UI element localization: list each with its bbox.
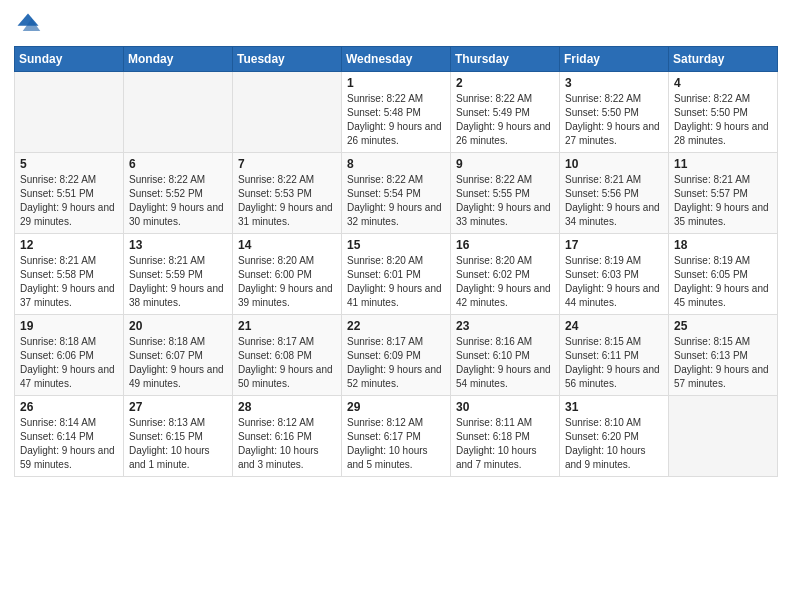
day-info: Sunrise: 8:22 AMSunset: 5:51 PMDaylight:… — [20, 173, 118, 229]
day-info: Sunrise: 8:18 AMSunset: 6:07 PMDaylight:… — [129, 335, 227, 391]
calendar-day-cell: 12Sunrise: 8:21 AMSunset: 5:58 PMDayligh… — [15, 234, 124, 315]
day-number: 8 — [347, 157, 445, 171]
calendar-day-cell: 1Sunrise: 8:22 AMSunset: 5:48 PMDaylight… — [342, 72, 451, 153]
calendar-day-cell — [124, 72, 233, 153]
day-number: 2 — [456, 76, 554, 90]
day-number: 23 — [456, 319, 554, 333]
calendar-day-cell: 10Sunrise: 8:21 AMSunset: 5:56 PMDayligh… — [560, 153, 669, 234]
weekday-header: Sunday — [15, 47, 124, 72]
day-info: Sunrise: 8:20 AMSunset: 6:00 PMDaylight:… — [238, 254, 336, 310]
calendar-table: SundayMondayTuesdayWednesdayThursdayFrid… — [14, 46, 778, 477]
day-number: 4 — [674, 76, 772, 90]
day-info: Sunrise: 8:22 AMSunset: 5:50 PMDaylight:… — [565, 92, 663, 148]
day-number: 9 — [456, 157, 554, 171]
day-number: 14 — [238, 238, 336, 252]
calendar-day-cell: 9Sunrise: 8:22 AMSunset: 5:55 PMDaylight… — [451, 153, 560, 234]
calendar-day-cell — [15, 72, 124, 153]
day-info: Sunrise: 8:15 AMSunset: 6:11 PMDaylight:… — [565, 335, 663, 391]
calendar-day-cell: 19Sunrise: 8:18 AMSunset: 6:06 PMDayligh… — [15, 315, 124, 396]
day-info: Sunrise: 8:20 AMSunset: 6:02 PMDaylight:… — [456, 254, 554, 310]
day-info: Sunrise: 8:11 AMSunset: 6:18 PMDaylight:… — [456, 416, 554, 472]
day-info: Sunrise: 8:22 AMSunset: 5:48 PMDaylight:… — [347, 92, 445, 148]
day-number: 16 — [456, 238, 554, 252]
calendar-day-cell: 29Sunrise: 8:12 AMSunset: 6:17 PMDayligh… — [342, 396, 451, 477]
day-info: Sunrise: 8:17 AMSunset: 6:08 PMDaylight:… — [238, 335, 336, 391]
day-info: Sunrise: 8:21 AMSunset: 5:57 PMDaylight:… — [674, 173, 772, 229]
day-info: Sunrise: 8:15 AMSunset: 6:13 PMDaylight:… — [674, 335, 772, 391]
calendar-day-cell: 25Sunrise: 8:15 AMSunset: 6:13 PMDayligh… — [669, 315, 778, 396]
weekday-header: Wednesday — [342, 47, 451, 72]
calendar-day-cell: 8Sunrise: 8:22 AMSunset: 5:54 PMDaylight… — [342, 153, 451, 234]
calendar-week-row: 5Sunrise: 8:22 AMSunset: 5:51 PMDaylight… — [15, 153, 778, 234]
day-number: 19 — [20, 319, 118, 333]
day-info: Sunrise: 8:16 AMSunset: 6:10 PMDaylight:… — [456, 335, 554, 391]
calendar-day-cell — [233, 72, 342, 153]
calendar-week-row: 1Sunrise: 8:22 AMSunset: 5:48 PMDaylight… — [15, 72, 778, 153]
day-info: Sunrise: 8:21 AMSunset: 5:58 PMDaylight:… — [20, 254, 118, 310]
calendar-day-cell: 31Sunrise: 8:10 AMSunset: 6:20 PMDayligh… — [560, 396, 669, 477]
day-info: Sunrise: 8:13 AMSunset: 6:15 PMDaylight:… — [129, 416, 227, 472]
day-info: Sunrise: 8:21 AMSunset: 5:59 PMDaylight:… — [129, 254, 227, 310]
logo-icon — [14, 10, 42, 38]
calendar-day-cell: 20Sunrise: 8:18 AMSunset: 6:07 PMDayligh… — [124, 315, 233, 396]
day-info: Sunrise: 8:22 AMSunset: 5:54 PMDaylight:… — [347, 173, 445, 229]
day-number: 27 — [129, 400, 227, 414]
calendar-day-cell: 23Sunrise: 8:16 AMSunset: 6:10 PMDayligh… — [451, 315, 560, 396]
day-number: 24 — [565, 319, 663, 333]
day-number: 18 — [674, 238, 772, 252]
day-info: Sunrise: 8:19 AMSunset: 6:05 PMDaylight:… — [674, 254, 772, 310]
day-number: 29 — [347, 400, 445, 414]
calendar-day-cell: 27Sunrise: 8:13 AMSunset: 6:15 PMDayligh… — [124, 396, 233, 477]
calendar-day-cell: 26Sunrise: 8:14 AMSunset: 6:14 PMDayligh… — [15, 396, 124, 477]
weekday-header: Tuesday — [233, 47, 342, 72]
weekday-header: Friday — [560, 47, 669, 72]
weekday-header-row: SundayMondayTuesdayWednesdayThursdayFrid… — [15, 47, 778, 72]
day-info: Sunrise: 8:22 AMSunset: 5:53 PMDaylight:… — [238, 173, 336, 229]
day-number: 31 — [565, 400, 663, 414]
calendar-day-cell: 22Sunrise: 8:17 AMSunset: 6:09 PMDayligh… — [342, 315, 451, 396]
calendar-week-row: 26Sunrise: 8:14 AMSunset: 6:14 PMDayligh… — [15, 396, 778, 477]
calendar-day-cell: 16Sunrise: 8:20 AMSunset: 6:02 PMDayligh… — [451, 234, 560, 315]
day-info: Sunrise: 8:10 AMSunset: 6:20 PMDaylight:… — [565, 416, 663, 472]
day-number: 26 — [20, 400, 118, 414]
day-number: 12 — [20, 238, 118, 252]
calendar-day-cell: 11Sunrise: 8:21 AMSunset: 5:57 PMDayligh… — [669, 153, 778, 234]
day-number: 25 — [674, 319, 772, 333]
calendar-container: SundayMondayTuesdayWednesdayThursdayFrid… — [0, 0, 792, 491]
day-number: 1 — [347, 76, 445, 90]
day-number: 21 — [238, 319, 336, 333]
day-info: Sunrise: 8:20 AMSunset: 6:01 PMDaylight:… — [347, 254, 445, 310]
calendar-week-row: 19Sunrise: 8:18 AMSunset: 6:06 PMDayligh… — [15, 315, 778, 396]
calendar-day-cell: 17Sunrise: 8:19 AMSunset: 6:03 PMDayligh… — [560, 234, 669, 315]
calendar-day-cell: 21Sunrise: 8:17 AMSunset: 6:08 PMDayligh… — [233, 315, 342, 396]
day-number: 7 — [238, 157, 336, 171]
weekday-header: Saturday — [669, 47, 778, 72]
logo — [14, 10, 46, 38]
day-number: 6 — [129, 157, 227, 171]
day-info: Sunrise: 8:14 AMSunset: 6:14 PMDaylight:… — [20, 416, 118, 472]
calendar-day-cell — [669, 396, 778, 477]
calendar-day-cell: 3Sunrise: 8:22 AMSunset: 5:50 PMDaylight… — [560, 72, 669, 153]
calendar-day-cell: 14Sunrise: 8:20 AMSunset: 6:00 PMDayligh… — [233, 234, 342, 315]
calendar-day-cell: 2Sunrise: 8:22 AMSunset: 5:49 PMDaylight… — [451, 72, 560, 153]
calendar-day-cell: 4Sunrise: 8:22 AMSunset: 5:50 PMDaylight… — [669, 72, 778, 153]
day-number: 30 — [456, 400, 554, 414]
header — [14, 10, 778, 38]
day-number: 10 — [565, 157, 663, 171]
calendar-day-cell: 30Sunrise: 8:11 AMSunset: 6:18 PMDayligh… — [451, 396, 560, 477]
day-info: Sunrise: 8:22 AMSunset: 5:49 PMDaylight:… — [456, 92, 554, 148]
day-info: Sunrise: 8:22 AMSunset: 5:55 PMDaylight:… — [456, 173, 554, 229]
day-number: 22 — [347, 319, 445, 333]
calendar-day-cell: 15Sunrise: 8:20 AMSunset: 6:01 PMDayligh… — [342, 234, 451, 315]
day-info: Sunrise: 8:22 AMSunset: 5:52 PMDaylight:… — [129, 173, 227, 229]
calendar-day-cell: 18Sunrise: 8:19 AMSunset: 6:05 PMDayligh… — [669, 234, 778, 315]
day-info: Sunrise: 8:21 AMSunset: 5:56 PMDaylight:… — [565, 173, 663, 229]
day-number: 13 — [129, 238, 227, 252]
calendar-day-cell: 5Sunrise: 8:22 AMSunset: 5:51 PMDaylight… — [15, 153, 124, 234]
day-info: Sunrise: 8:17 AMSunset: 6:09 PMDaylight:… — [347, 335, 445, 391]
weekday-header: Thursday — [451, 47, 560, 72]
weekday-header: Monday — [124, 47, 233, 72]
day-number: 5 — [20, 157, 118, 171]
calendar-day-cell: 28Sunrise: 8:12 AMSunset: 6:16 PMDayligh… — [233, 396, 342, 477]
day-info: Sunrise: 8:19 AMSunset: 6:03 PMDaylight:… — [565, 254, 663, 310]
